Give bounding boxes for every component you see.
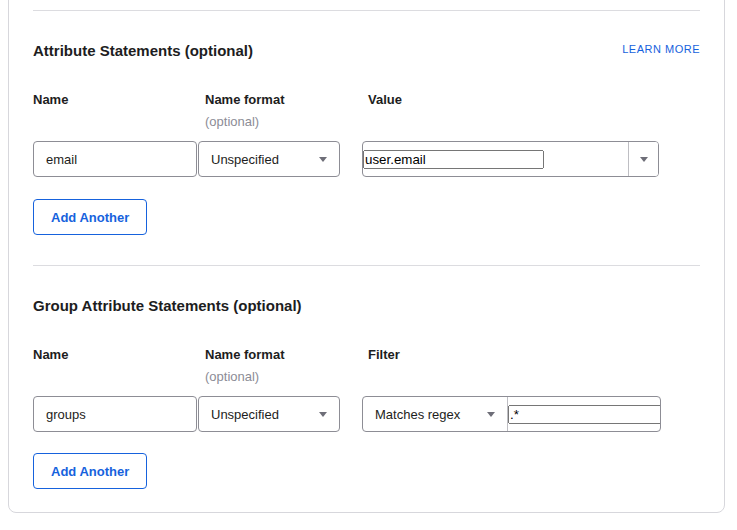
column-header-name-format-hint: (optional) [205,114,259,129]
filter-value-field [508,397,661,431]
attribute-value-dropdown-toggle[interactable] [628,142,658,176]
group-name-field [33,396,197,432]
attribute-value-combo [362,141,659,177]
column-header-name: Name [33,92,68,107]
section-divider-top [33,10,700,11]
attribute-name-format-value: Unspecified [211,152,279,167]
attribute-value-input[interactable] [363,150,544,169]
column-header-filter: Filter [368,347,400,362]
add-another-group-attribute-button[interactable]: Add Another [33,453,147,489]
group-name-format-select[interactable]: Unspecified [198,396,340,432]
attribute-name-input[interactable] [34,142,196,176]
chevron-down-icon [319,157,327,162]
attribute-value-field [363,142,628,176]
chevron-down-icon [640,157,648,162]
chevron-down-icon [319,412,327,417]
column-header-name-format: Name format [205,92,284,107]
column-header-group-name-format: Name format [205,347,284,362]
attribute-statements-title: Attribute Statements (optional) [33,42,253,59]
group-name-format-value: Unspecified [211,407,279,422]
group-filter-combo: Matches regex [362,396,661,432]
attribute-name-format-select[interactable]: Unspecified [198,141,340,177]
filter-type-select[interactable]: Matches regex [363,397,508,431]
chevron-down-icon [487,412,495,417]
column-header-group-name-format-hint: (optional) [205,369,259,384]
group-name-input[interactable] [34,397,196,431]
learn-more-link[interactable]: LEARN MORE [622,43,700,55]
add-another-attribute-button[interactable]: Add Another [33,199,147,235]
section-divider-middle [33,265,700,266]
attribute-name-field [33,141,197,177]
settings-card [8,0,725,513]
column-header-group-name: Name [33,347,68,362]
column-header-value: Value [368,92,402,107]
filter-value-input[interactable] [508,405,661,424]
filter-type-value: Matches regex [375,407,460,422]
group-attribute-statements-title: Group Attribute Statements (optional) [33,297,302,314]
